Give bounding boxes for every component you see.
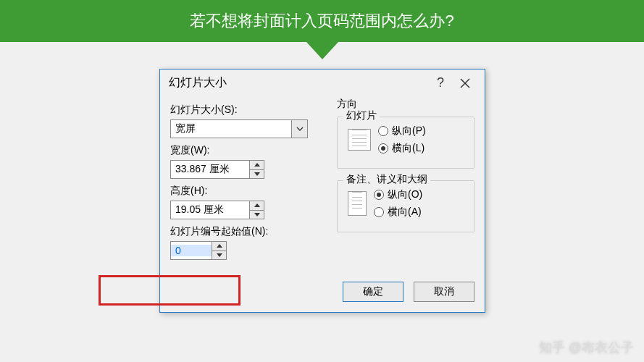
triangle-down-icon — [254, 213, 260, 216]
slide-size-dialog: 幻灯片大小 ? 幻灯片大小(S): 宽屏 宽度(W): 33.867 厘米 — [159, 69, 485, 313]
width-spinner[interactable]: 33.867 厘米 — [170, 160, 264, 179]
dropdown-button[interactable] — [291, 120, 307, 138]
instruction-banner: 若不想将封面计入页码范围内怎么办? — [0, 0, 644, 42]
height-label: 高度(H): — [170, 185, 330, 198]
dialog-title: 幻灯片大小 — [169, 75, 428, 90]
start-up-button[interactable] — [212, 242, 226, 251]
start-number-label: 幻灯片编号起始值(N): — [170, 225, 330, 238]
size-value: 宽屏 — [171, 122, 291, 135]
triangle-up-icon — [217, 244, 222, 248]
ok-button[interactable]: 确定 — [343, 282, 403, 302]
triangle-down-icon — [217, 253, 222, 257]
notes-orientation-group: 备注、讲义和大纲 纵向(O) 横向(A) — [337, 180, 474, 232]
dialog-button-row: 确定 取消 — [160, 274, 485, 312]
triangle-down-icon — [254, 172, 260, 176]
width-up-button[interactable] — [250, 161, 264, 170]
slides-orientation-group: 幻灯片 纵向(P) 横向(L) — [337, 117, 474, 169]
size-label: 幻灯片大小(S): — [170, 104, 330, 117]
radio-icon — [378, 126, 388, 136]
close-icon — [459, 77, 471, 89]
height-up-button[interactable] — [250, 201, 264, 211]
watermark-text: 知乎 @布衣公子 — [539, 339, 634, 356]
slides-group-title: 幻灯片 — [343, 109, 380, 122]
start-number-value[interactable]: 0 — [171, 245, 212, 256]
chevron-down-icon — [296, 127, 304, 131]
notes-group-title: 备注、讲义和大纲 — [343, 173, 430, 186]
notes-portrait-label: 纵向(O) — [388, 188, 422, 201]
banner-arrow — [306, 42, 338, 59]
close-button[interactable] — [453, 77, 477, 89]
banner-text: 若不想将封面计入页码范围内怎么办? — [190, 12, 453, 30]
triangle-up-icon — [254, 163, 260, 167]
slides-portrait-label: 纵向(P) — [392, 125, 426, 138]
right-column: 方向 幻灯片 纵向(P) 横向(L) — [337, 98, 474, 264]
notes-landscape-option[interactable]: 横向(A) — [374, 206, 422, 219]
height-spinner[interactable]: 19.05 厘米 — [170, 201, 264, 219]
notes-portrait-option[interactable]: 纵向(O) — [374, 188, 422, 201]
triangle-up-icon — [254, 203, 260, 207]
slides-portrait-option[interactable]: 纵向(P) — [378, 125, 426, 138]
notes-landscape-label: 横向(A) — [388, 206, 422, 219]
height-down-button[interactable] — [250, 211, 264, 219]
width-label: 宽度(W): — [170, 144, 330, 157]
dialog-body: 幻灯片大小(S): 宽屏 宽度(W): 33.867 厘米 高度(H): 19.… — [160, 95, 485, 274]
size-dropdown[interactable]: 宽屏 — [170, 119, 308, 138]
width-value[interactable]: 33.867 厘米 — [171, 163, 249, 176]
left-column: 幻灯片大小(S): 宽屏 宽度(W): 33.867 厘米 高度(H): 19.… — [170, 98, 330, 264]
start-down-button[interactable] — [212, 251, 226, 260]
start-number-spinner[interactable]: 0 — [170, 241, 227, 260]
dialog-titlebar: 幻灯片大小 ? — [160, 70, 485, 95]
height-value[interactable]: 19.05 厘米 — [171, 203, 249, 216]
radio-checked-icon — [374, 190, 384, 200]
help-button[interactable]: ? — [428, 75, 453, 90]
radio-icon — [374, 207, 384, 217]
slides-landscape-label: 横向(L) — [392, 142, 425, 155]
cancel-button[interactable]: 取消 — [414, 282, 474, 302]
page-landscape-icon — [348, 129, 371, 151]
radio-checked-icon — [378, 143, 388, 153]
slides-landscape-option[interactable]: 横向(L) — [378, 142, 426, 155]
width-down-button[interactable] — [250, 170, 264, 179]
page-portrait-icon — [348, 191, 367, 216]
